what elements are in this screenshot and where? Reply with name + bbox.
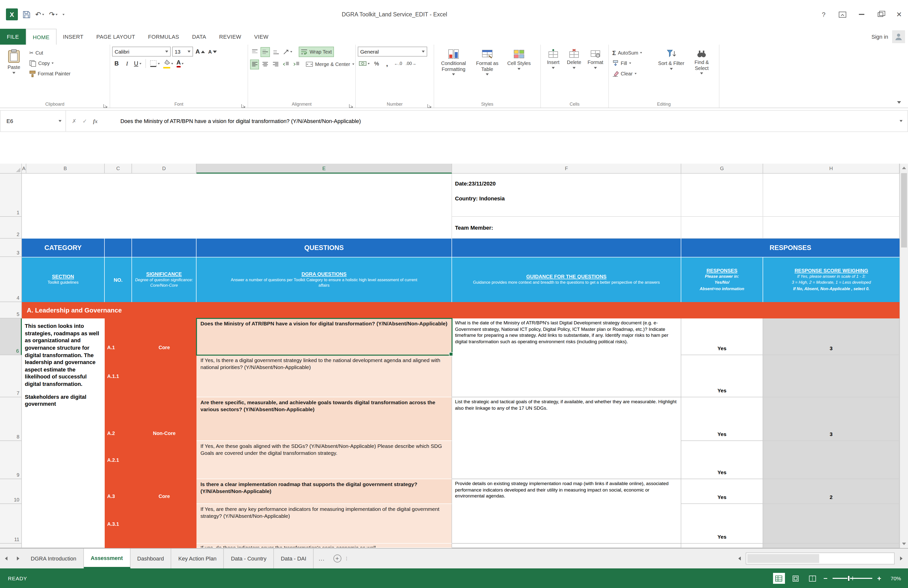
cell-score-a1[interactable]: 3 (763, 318, 900, 355)
cell-question-partial[interactable]: If yes, do these indicators cover the tr… (196, 544, 452, 548)
underline-button[interactable]: U (133, 58, 142, 68)
row-header-11[interactable]: 11 (0, 504, 22, 544)
increase-font-button[interactable]: A (195, 47, 206, 56)
font-name-select[interactable]: Calibri (112, 47, 171, 56)
cell-question-a11[interactable]: If Yes, Is there a digital government st… (196, 355, 452, 397)
header-blue-c[interactable] (105, 239, 132, 257)
bottom-align-button[interactable] (271, 47, 280, 57)
increase-decimal-button[interactable]: ←.0 (393, 58, 403, 68)
sort-filter-button[interactable]: Sort & Filter (656, 47, 686, 100)
cell-sig-a3[interactable]: Core (132, 479, 196, 504)
cell-response-a31[interactable]: Yes (681, 504, 763, 544)
format-cells-button[interactable]: Format (584, 47, 606, 100)
page-layout-view-button[interactable] (790, 573, 802, 584)
decrease-indent-button[interactable] (281, 59, 290, 69)
column-header-c[interactable]: C (105, 164, 132, 174)
fill-color-button[interactable] (162, 58, 174, 68)
zoom-slider-thumb[interactable] (847, 575, 850, 581)
scroll-right-button[interactable] (896, 553, 906, 564)
section-description-cell[interactable]: This section looks into strategies, road… (22, 318, 105, 548)
format-painter-button[interactable]: Format Painter (28, 68, 72, 79)
cell-no-partial[interactable] (105, 544, 196, 548)
increase-indent-button[interactable] (292, 59, 301, 69)
cell-score-a2[interactable]: 3 (763, 397, 900, 441)
normal-view-button[interactable] (773, 573, 785, 584)
sign-in-button[interactable]: Sign in (871, 29, 908, 45)
format-as-table-button[interactable]: Format as Table (471, 47, 504, 100)
bold-button[interactable]: B (112, 58, 121, 68)
zoom-out-button[interactable]: − (823, 575, 828, 582)
cell-no-a1[interactable]: A.1 (105, 318, 132, 355)
sheet-tab-data-country[interactable]: Data - Country (224, 549, 274, 569)
tab-data[interactable]: DATA (185, 29, 213, 45)
collapse-ribbon-icon[interactable] (897, 101, 901, 104)
sheet-tab-dashboard[interactable]: Dashboard (130, 549, 171, 569)
column-header-d[interactable]: D (132, 164, 196, 174)
cell-response-a2[interactable]: Yes (681, 397, 763, 441)
help-button[interactable]: ? (819, 10, 829, 19)
cell-styles-button[interactable]: Cell Styles (504, 47, 534, 100)
sheet-tab-dgra-introduction[interactable]: DGRA Introduction (24, 549, 84, 569)
cell-question-a3[interactable]: Is there a clear implementation roadmap … (196, 479, 452, 504)
fill-button[interactable]: Fill (611, 58, 656, 68)
decrease-decimal-button[interactable]: .00→ (405, 58, 417, 68)
cell-no-a21[interactable]: A.2.1 (105, 441, 132, 479)
horizontal-scrollbar[interactable] (734, 549, 908, 569)
tab-review[interactable]: REVIEW (213, 29, 248, 45)
expand-formula-bar-button[interactable] (900, 111, 908, 132)
header-category[interactable]: CATEGORY (22, 239, 105, 257)
sheet-tab-assessment[interactable]: Assessment (84, 549, 130, 569)
row-header-1[interactable]: 1 (0, 174, 22, 217)
comma-style-button[interactable]: , (383, 58, 391, 68)
cell-b1-blank[interactable] (22, 174, 452, 239)
align-center-button[interactable] (261, 59, 269, 69)
number-format-select[interactable]: General (358, 47, 427, 56)
cell-sig-a2[interactable]: Non-Core (132, 397, 196, 441)
enter-icon[interactable]: ✓ (82, 118, 87, 124)
scroll-left-button[interactable] (734, 553, 744, 564)
cell-response-a1[interactable]: Yes (681, 318, 763, 355)
copy-button[interactable]: Copy (28, 58, 72, 68)
column-header-e[interactable]: E (196, 164, 452, 174)
cell-score-partial[interactable] (763, 544, 900, 548)
cell-score-a21[interactable] (763, 441, 900, 479)
cell-h1-blank[interactable] (763, 174, 900, 217)
formula-input[interactable]: Does the Ministry of ATR/BPN have a visi… (103, 111, 900, 132)
column-header-h[interactable]: H (763, 164, 900, 174)
scroll-down-button[interactable] (900, 540, 908, 548)
cell-score-a11[interactable] (763, 355, 900, 397)
cell-sig-a31[interactable] (132, 504, 196, 544)
zoom-in-button[interactable]: + (877, 575, 881, 582)
cell-no-a2[interactable]: A.2 (105, 397, 132, 441)
row-header-12-partial[interactable] (0, 544, 22, 548)
cell-response-partial[interactable] (681, 544, 763, 548)
insert-function-button[interactable]: fx (93, 118, 98, 124)
tab-page-layout[interactable]: PAGE LAYOUT (90, 29, 142, 45)
cell-score-a3[interactable]: 2 (763, 479, 900, 504)
row-header-6[interactable]: 6 (0, 318, 22, 355)
page-break-preview-button[interactable] (807, 573, 818, 584)
column-header-b[interactable]: B (26, 164, 105, 174)
tab-formulas[interactable]: FORMULAS (142, 29, 185, 45)
decrease-font-button[interactable]: A (207, 47, 217, 56)
cell-f2-team[interactable]: Team Member: (452, 217, 681, 239)
cell-response-a3[interactable]: Yes (681, 479, 763, 504)
vertical-scrollbar[interactable] (900, 164, 908, 548)
subheader-weighing[interactable]: RESPONSE SCORE WEIGHING If Yes, please a… (763, 257, 900, 302)
top-align-button[interactable] (250, 47, 259, 57)
row-header-8[interactable]: 8 (0, 397, 22, 441)
middle-align-button[interactable] (261, 47, 270, 57)
subheader-guidance[interactable]: GUIDANCE FOR THE QUESTIONS Guidance prov… (452, 257, 681, 302)
merge-center-button[interactable]: Merge & Center (304, 59, 356, 69)
subheader-dgra-questions[interactable]: DGRA QUESTIONS Answer a number of questi… (196, 257, 452, 302)
zoom-slider[interactable] (832, 578, 872, 579)
horizontal-scroll-track[interactable] (746, 553, 895, 564)
italic-button[interactable]: I (122, 58, 132, 68)
accounting-format-button[interactable] (358, 58, 371, 68)
tab-view[interactable]: VIEW (248, 29, 275, 45)
subheader-significance[interactable]: SIGNIFICANCE Degree of question signific… (132, 257, 196, 302)
conditional-formatting-button[interactable]: Conditional Formatting (436, 47, 471, 100)
autosum-button[interactable]: Σ AutoSum (611, 48, 656, 58)
column-header-g[interactable]: G (681, 164, 763, 174)
tab-insert[interactable]: INSERT (56, 29, 90, 45)
